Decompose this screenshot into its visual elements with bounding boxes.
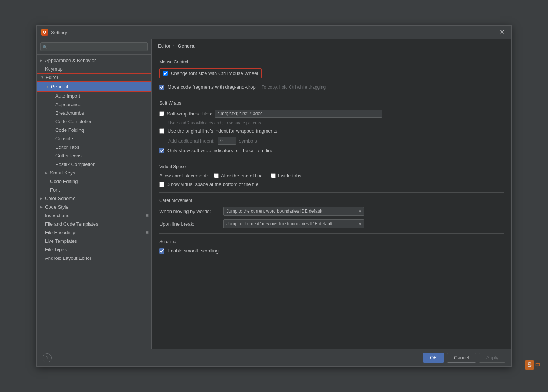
app-icon: U (41, 29, 48, 36)
sidebar-label: Appearance & Behavior (45, 58, 96, 63)
sidebar-item-general[interactable]: ▼ General (37, 82, 151, 92)
inline-checkboxes: After the end of line Inside tabs (214, 173, 301, 179)
soft-wrap-files-row: Soft-wrap these files: (159, 110, 504, 118)
sidebar-label: Android Layout Editor (45, 255, 91, 261)
sidebar-label: File Encodings (45, 230, 76, 235)
enable-smooth-scrolling-row: Enable smooth scrolling (159, 248, 504, 254)
sidebar-label: Appearance (55, 102, 81, 107)
arrow-icon: ▼ (40, 75, 46, 79)
after-end-of-line-label[interactable]: After the end of line (221, 173, 263, 179)
add-indent-input[interactable] (218, 137, 236, 145)
when-moving-words-label: When moving by words: (159, 209, 219, 214)
sidebar-item-code-completion[interactable]: Code Completion (37, 117, 151, 126)
show-virtual-space-checkbox[interactable] (159, 182, 164, 187)
upon-line-break-dropdown-wrapper: Jump to the next/previous line boundarie… (223, 219, 364, 228)
sidebar: ▶ Appearance & Behavior Keymap ▼ Editor … (37, 39, 152, 349)
use-original-indent-row: Use the original line's indent for wrapp… (159, 128, 504, 134)
sidebar-item-gutter-icons[interactable]: Gutter Icons (37, 151, 151, 160)
sidebar-label: General (51, 84, 68, 89)
sidebar-item-color-scheme[interactable]: ▶ Color Scheme (37, 194, 151, 203)
search-input[interactable] (40, 42, 148, 51)
help-button[interactable]: ? (43, 353, 52, 362)
dialog-title: Settings (51, 30, 68, 35)
sidebar-item-smart-keys[interactable]: ▶ Smart Keys (37, 169, 151, 177)
sidebar-item-code-style[interactable]: ▶ Code Style (37, 203, 151, 211)
sidebar-item-console[interactable]: Console (37, 134, 151, 143)
enable-smooth-scrolling-label[interactable]: Enable smooth scrolling (167, 248, 219, 254)
cancel-button[interactable]: Cancel (447, 353, 476, 363)
breadcrumb-parent: Editor (158, 43, 170, 49)
ok-button[interactable]: OK (423, 353, 444, 363)
watermark: S 中 (525, 360, 541, 370)
sidebar-label: Inspections (45, 213, 69, 218)
arrow-icon: ▶ (40, 58, 45, 62)
after-end-of-line-checkbox[interactable] (214, 173, 219, 178)
close-button[interactable]: ✕ (498, 29, 507, 36)
allow-caret-row: Allow caret placement: After the end of … (159, 173, 504, 179)
only-show-indicators-label[interactable]: Only show soft-wrap indicators for the c… (167, 148, 273, 153)
sidebar-item-live-templates[interactable]: Live Templates (37, 237, 151, 245)
upon-line-break-row: Upon line break: Jump to the next/previo… (159, 219, 504, 228)
sidebar-item-file-encodings[interactable]: File Encodings ⊞ (37, 228, 151, 237)
move-code-hint: To copy, hold Ctrl while dragging (262, 85, 326, 90)
file-pattern-input[interactable] (215, 110, 382, 118)
enable-smooth-scrolling-checkbox[interactable] (159, 248, 164, 254)
sidebar-item-file-types[interactable]: File Types (37, 245, 151, 254)
sidebar-item-font[interactable]: Font (37, 186, 151, 194)
action-buttons: OK Cancel Apply (423, 353, 505, 363)
mouse-control-title: Mouse Control (159, 59, 504, 65)
move-code-row: Move code fragments with drag-and-drop T… (159, 84, 504, 90)
show-virtual-space-label[interactable]: Show virtual space at the bottom of the … (167, 182, 258, 187)
sidebar-item-appearance-behavior[interactable]: ▶ Appearance & Behavior (37, 56, 151, 65)
virtual-space-section: Virtual Space Allow caret placement: Aft… (159, 164, 504, 187)
soft-wraps-title: Soft Wraps (159, 101, 504, 106)
upon-line-break-label: Upon line break: (159, 221, 219, 227)
sidebar-label: Code Editing (50, 179, 78, 184)
title-bar: U Settings ✕ (37, 26, 511, 39)
sidebar-item-keymap[interactable]: Keymap (37, 65, 151, 73)
change-font-size-label[interactable]: Change font size with Ctrl+Mouse Wheel (171, 71, 258, 76)
sidebar-item-appearance[interactable]: Appearance (37, 100, 151, 109)
sidebar-item-code-editing[interactable]: Code Editing (37, 177, 151, 186)
change-font-size-checkbox[interactable] (163, 71, 168, 76)
apply-button[interactable]: Apply (479, 353, 505, 363)
only-show-indicators-row: Only show soft-wrap indicators for the c… (159, 148, 504, 153)
sidebar-label: File Types (45, 247, 67, 252)
show-virtual-space-row: Show virtual space at the bottom of the … (159, 182, 504, 187)
sidebar-item-breadcrumbs[interactable]: Breadcrumbs (37, 109, 151, 117)
use-original-indent-label[interactable]: Use the original line's indent for wrapp… (167, 128, 277, 134)
sidebar-item-android-layout[interactable]: Android Layout Editor (37, 254, 151, 262)
highlighted-checkbox-row: Change font size with Ctrl+Mouse Wheel (159, 68, 262, 78)
inside-tabs-checkbox[interactable] (271, 173, 276, 178)
settings-panel: Mouse Control Change font size with Ctrl… (152, 52, 511, 349)
soft-wrap-files-checkbox[interactable] (159, 111, 164, 116)
move-code-label[interactable]: Move code fragments with drag-and-drop (167, 84, 256, 90)
sidebar-item-postfix-completion[interactable]: Postfix Completion (37, 160, 151, 169)
add-indent-label: Add additional indent: (168, 138, 215, 144)
move-code-checkbox[interactable] (159, 85, 164, 90)
sidebar-item-inspections[interactable]: Inspections ⊞ (37, 211, 151, 220)
caret-movement-title: Caret Movement (159, 198, 504, 203)
sidebar-item-file-code-templates[interactable]: File and Code Templates (37, 220, 151, 228)
scrolling-title: Scrolling (159, 239, 504, 244)
sidebar-item-editor-tabs[interactable]: Editor Tabs (37, 143, 151, 151)
search-box (37, 39, 151, 55)
sidebar-label: Font (50, 187, 60, 193)
soft-wraps-section: Soft Wraps Soft-wrap these files: Use * … (159, 101, 504, 153)
divider-3 (159, 192, 504, 193)
sidebar-label: Breadcrumbs (55, 110, 84, 116)
sidebar-item-editor[interactable]: ▼ Editor (37, 73, 151, 82)
sidebar-label: Code Folding (55, 127, 84, 133)
allow-caret-label: Allow caret placement: (159, 173, 208, 179)
sidebar-item-code-folding[interactable]: Code Folding (37, 126, 151, 134)
sidebar-label: File and Code Templates (45, 221, 98, 227)
inside-tabs-label[interactable]: Inside tabs (278, 173, 301, 179)
use-original-indent-checkbox[interactable] (159, 128, 164, 134)
add-indent-row: Add additional indent: symbols (168, 137, 504, 145)
arrow-icon: ▶ (40, 205, 45, 209)
sidebar-item-auto-import[interactable]: Auto Import (37, 92, 151, 100)
when-moving-words-dropdown[interactable]: Jump to the current word boundaries IDE … (223, 207, 364, 216)
soft-wrap-files-label[interactable]: Soft-wrap these files: (167, 111, 212, 117)
only-show-indicators-checkbox[interactable] (159, 148, 164, 153)
upon-line-break-dropdown[interactable]: Jump to the next/previous line boundarie… (223, 219, 364, 228)
